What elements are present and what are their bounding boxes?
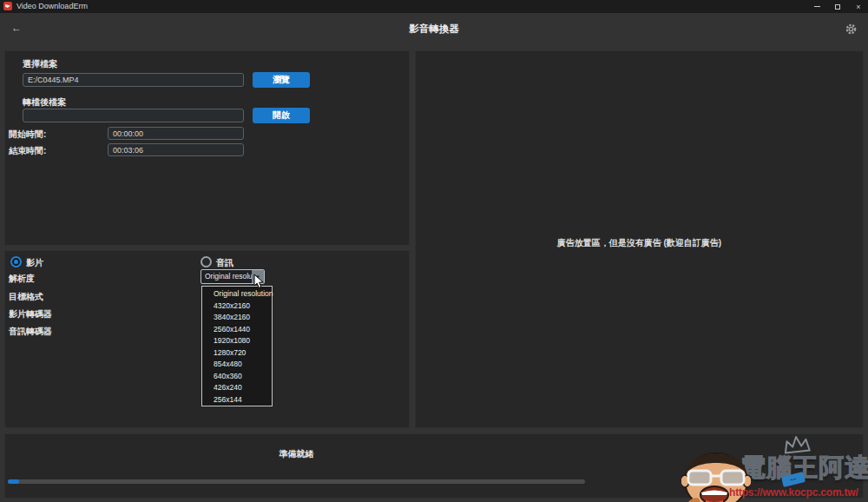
resolution-option[interactable]: 854x480 <box>202 359 272 371</box>
resolution-option[interactable]: 2560x1440 <box>202 324 272 336</box>
maximize-icon <box>835 4 840 10</box>
chevron-down-icon[interactable]: ▾ <box>252 270 264 283</box>
maximize-button[interactable] <box>828 0 847 13</box>
start-time-label: 開始時間: <box>9 129 46 141</box>
status-text: 準備就緒 <box>8 448 585 460</box>
end-time-input[interactable] <box>108 143 244 156</box>
resolution-option[interactable]: 4320x2160 <box>202 301 272 313</box>
audio-radio-label: 音訊 <box>216 257 233 269</box>
resolution-option[interactable]: 640x360 <box>202 371 272 383</box>
video-codec-label: 影片轉碼器 <box>9 308 52 320</box>
video-radio[interactable] <box>10 256 22 268</box>
status-panel: 準備就緒 <box>4 433 864 499</box>
resolution-option[interactable]: 1280x720 <box>202 347 272 360</box>
resolution-dropdown-list: Original resolution 4320x2160 3840x2160 … <box>201 286 273 406</box>
ad-placeholder-text: 廣告放置區，但是沒有廣告 (歡迎自訂廣告) <box>416 237 863 249</box>
file-panel: 選擇檔案 瀏覽 轉檔後檔案 開啟 開始時間: 結束時間: <box>4 50 410 246</box>
settings-button[interactable] <box>845 23 858 36</box>
close-button[interactable]: × <box>849 0 868 13</box>
end-time-label: 結束時間: <box>9 145 46 157</box>
resolution-label: 解析度 <box>9 273 35 285</box>
page-title: 影音轉換器 <box>0 23 868 36</box>
options-panel: 影片 音訊 解析度 目標格式 影片轉碼器 音訊轉碼器 Original reso… <box>4 250 410 428</box>
open-button[interactable]: 開啟 <box>253 108 310 123</box>
output-file-label: 轉檔後檔案 <box>23 96 66 109</box>
select-file-input[interactable] <box>23 73 244 87</box>
app-title: Video DownloadErm <box>16 0 88 13</box>
gear-icon <box>845 23 858 36</box>
audio-codec-label: 音訊轉碼器 <box>9 326 52 338</box>
ad-panel: 廣告放置區，但是沒有廣告 (歡迎自訂廣告) <box>415 50 864 428</box>
audio-radio[interactable] <box>201 256 212 268</box>
progress-bar <box>8 479 585 484</box>
titlebar: Video DownloadErm × <box>0 0 868 13</box>
output-file-input[interactable] <box>23 109 244 122</box>
select-file-label: 選擇檔案 <box>23 58 57 70</box>
back-arrow-icon[interactable]: ← <box>9 21 24 35</box>
progress-fill <box>8 479 19 484</box>
minimize-button[interactable] <box>807 0 826 13</box>
start-time-input[interactable] <box>108 127 244 140</box>
browse-button[interactable]: 瀏覽 <box>253 72 310 88</box>
resolution-option[interactable]: 1920x1080 <box>202 335 272 347</box>
resolution-option[interactable]: 426x240 <box>202 382 272 394</box>
app-window: Video DownloadErm × ← 影音轉換器 選擇檔案 瀏覽 轉檔後檔… <box>0 0 868 502</box>
video-radio-label: 影片 <box>26 257 43 269</box>
resolution-option[interactable]: 3840x2160 <box>202 312 272 324</box>
resolution-select[interactable]: Original resolution ▾ <box>201 269 265 284</box>
resolution-option[interactable]: Original resolution <box>202 288 272 301</box>
target-format-label: 目標格式 <box>9 291 43 303</box>
app-icon <box>3 2 12 10</box>
resolution-option[interactable]: 256x144 <box>202 394 272 406</box>
minimize-icon <box>814 6 820 7</box>
